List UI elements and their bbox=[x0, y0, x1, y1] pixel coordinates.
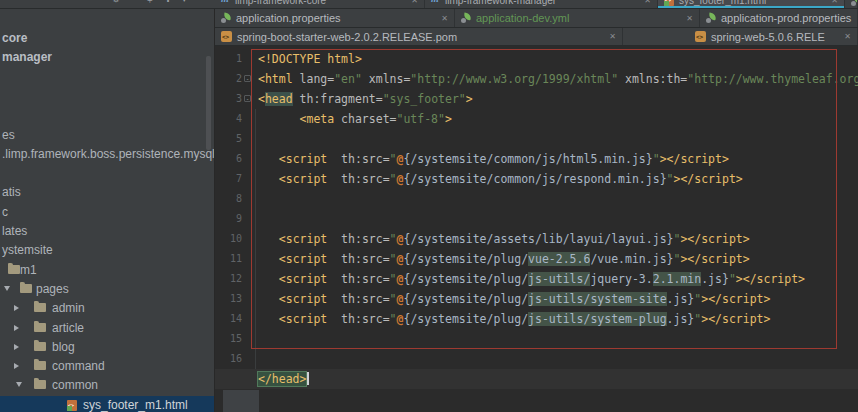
tab-application-prod.properties[interactable]: application-prod.properties✕ bbox=[700, 9, 858, 27]
tree-item-common[interactable]: common bbox=[0, 376, 215, 395]
tree-item-admin[interactable]: admin bbox=[0, 299, 215, 318]
close-icon[interactable]: ✕ bbox=[405, 0, 418, 5]
current-line-highlight bbox=[215, 369, 858, 389]
code-token: th:src= bbox=[341, 172, 389, 186]
line-number: 1 bbox=[215, 49, 242, 69]
code-line[interactable]: <script th:src="@{/systemsite/plug/vue-2… bbox=[258, 249, 750, 269]
tree-item-lates[interactable]: lates bbox=[0, 222, 215, 241]
tree-item-label: .limp.framework.boss.persistence.mysql bbox=[2, 147, 215, 161]
tree-item-core[interactable]: core bbox=[0, 29, 215, 48]
code-line[interactable]: <html lang="en" xmlns="http://www.w3.org… bbox=[258, 69, 858, 89]
tab-label: application-prod.properties bbox=[721, 12, 851, 24]
expand-arrow-icon[interactable] bbox=[14, 305, 19, 311]
tab-spring-web-5.0.6.RELE[interactable]: spring-web-5.0.6.RELE✕ bbox=[623, 28, 858, 45]
code-token bbox=[327, 252, 341, 266]
tree-item-blog[interactable]: blog bbox=[0, 338, 215, 357]
folder-icon bbox=[20, 284, 32, 293]
tree-item-m1[interactable]: m1 bbox=[0, 261, 215, 280]
line-number: 6 bbox=[215, 149, 242, 169]
code-token: " bbox=[390, 272, 397, 286]
line-number: 7 bbox=[215, 169, 242, 189]
tree-item-article[interactable]: article bbox=[0, 319, 215, 338]
code-line[interactable]: <meta charset="utf-8"> bbox=[258, 109, 452, 129]
code-editor[interactable]: 1<!DOCTYPE html>2<html lang="en" xmlns="… bbox=[215, 46, 858, 412]
tab-spring-boot-starter-web-2.0.2.RELEASE.pom[interactable]: spring-boot-starter-web-2.0.2.RELEASE.po… bbox=[215, 28, 623, 45]
code-line[interactable]: <script th:src="@{/systemsite/plug/js-ut… bbox=[258, 309, 770, 329]
tree-item-.limp.framework.boss.persistence.mysql[interactable]: .limp.framework.boss.persistence.mysql bbox=[0, 145, 215, 164]
code-token: {/systemsite/plug/ bbox=[403, 292, 528, 306]
locate-icon[interactable]: ✚ bbox=[164, 0, 172, 7]
expand-arrow-icon[interactable] bbox=[14, 363, 19, 369]
fold-marker[interactable]: - bbox=[244, 95, 251, 102]
tree-item-manager[interactable]: manager bbox=[0, 48, 215, 67]
tree-item-label: c bbox=[2, 205, 8, 219]
code-token: " bbox=[653, 152, 660, 166]
fold-marker[interactable]: - bbox=[244, 75, 251, 82]
code-token: <script bbox=[279, 312, 327, 326]
code-line[interactable]: <script th:src="@{/systemsite/assets/lib… bbox=[258, 229, 750, 249]
tab-application.properties[interactable]: application.properties✕ bbox=[215, 9, 455, 27]
line-number: 4 bbox=[215, 109, 242, 129]
code-token: " bbox=[729, 272, 736, 286]
close-icon[interactable]: ✕ bbox=[838, 32, 851, 41]
collapse-arrow-icon[interactable] bbox=[4, 286, 10, 291]
close-icon[interactable]: ✕ bbox=[680, 14, 693, 23]
code-line[interactable]: <script th:src="@{/systemsite/common/js/… bbox=[258, 169, 743, 189]
project-panel-toolbar: ⚙−＋✚▾ bbox=[112, 0, 186, 7]
collapse-icon[interactable]: − bbox=[130, 0, 135, 7]
code-token: ></script> bbox=[680, 232, 749, 246]
code-token: "utf-8" bbox=[396, 112, 444, 126]
code-token: <script bbox=[279, 252, 327, 266]
add-icon[interactable]: ＋ bbox=[145, 0, 154, 7]
code-token: <!DOCTYPE html> bbox=[258, 52, 362, 66]
code-token: .js} bbox=[667, 312, 695, 326]
code-token bbox=[327, 292, 341, 306]
tree-item-command[interactable]: command bbox=[0, 357, 215, 376]
tree-item-label: atis bbox=[2, 185, 21, 199]
code-token: "sys_footer" bbox=[383, 92, 466, 106]
line-number: 2 bbox=[215, 69, 242, 89]
tab-llmp-framework-manager[interactable]: llmp-framework-manager✕ bbox=[425, 0, 658, 8]
tab-partial[interactable] bbox=[845, 0, 858, 8]
close-icon[interactable]: ✕ bbox=[825, 0, 838, 5]
code-line[interactable]: <script th:src="@{/systemsite/common/js/… bbox=[258, 149, 729, 169]
code-token: th:src= bbox=[341, 252, 389, 266]
tree-item-atis[interactable]: atis bbox=[0, 183, 215, 202]
code-token: <script bbox=[279, 272, 327, 286]
code-line[interactable]: <head th:fragment="sys_footer"> bbox=[258, 89, 473, 109]
tab-llmp-framework-core[interactable]: llmp-framework-core✕ bbox=[215, 0, 425, 8]
code-token bbox=[327, 152, 341, 166]
code-line[interactable]: <script th:src="@{/systemsite/plug/js-ut… bbox=[258, 289, 770, 309]
tab-application-dev.yml[interactable]: application-dev.yml✕ bbox=[455, 9, 700, 27]
tree-item-c[interactable]: c bbox=[0, 203, 215, 222]
spring-leaf-icon bbox=[851, 0, 858, 6]
tree-item-es[interactable]: es bbox=[0, 126, 215, 145]
code-line[interactable]: <!DOCTYPE html> bbox=[258, 49, 362, 69]
more-icon[interactable]: ▾ bbox=[182, 0, 187, 7]
tab-label: spring-web-5.0.6.RELE bbox=[711, 31, 825, 43]
expand-arrow-icon[interactable] bbox=[14, 325, 19, 331]
code-line[interactable]: <script th:src="@{/systemsite/plug/js-ut… bbox=[258, 269, 805, 289]
close-icon[interactable]: ✕ bbox=[435, 14, 448, 23]
tab-label: application-dev.yml bbox=[476, 12, 569, 24]
code-token: /vue.min.js} bbox=[590, 252, 673, 266]
tab-sys_footer_m1.html[interactable]: sys_footer_m1.html✕ bbox=[658, 0, 845, 8]
line-number: 14 bbox=[215, 309, 242, 329]
code-token bbox=[258, 232, 279, 246]
collapse-arrow-icon[interactable] bbox=[16, 382, 22, 387]
tree-item-sys_footer_m1.html[interactable]: sys_footer_m1.html bbox=[0, 396, 215, 412]
close-icon[interactable]: ✕ bbox=[603, 32, 616, 41]
code-token: "http://www.thymeleaf.org" bbox=[687, 72, 858, 86]
code-token: .js} bbox=[667, 292, 695, 306]
code-token: th:src= bbox=[341, 292, 389, 306]
tree-item-ystemsite[interactable]: ystemsite bbox=[0, 241, 215, 260]
tree-item-label: common bbox=[52, 378, 98, 392]
project-tree-panel: coremanageres.limp.framework.boss.persis… bbox=[0, 9, 215, 412]
code-line[interactable]: </head> bbox=[258, 369, 309, 389]
expand-arrow-icon[interactable] bbox=[14, 344, 19, 350]
close-icon[interactable]: ✕ bbox=[638, 0, 651, 5]
settings-icon[interactable]: ⚙ bbox=[112, 0, 120, 7]
code-token: ></script> bbox=[701, 312, 770, 326]
tree-item-pages[interactable]: pages bbox=[0, 280, 215, 299]
code-token: > bbox=[466, 92, 473, 106]
